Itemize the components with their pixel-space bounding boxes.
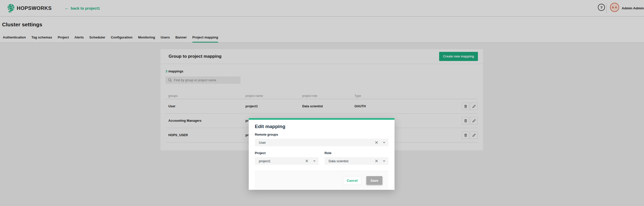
remote-groups-select[interactable]: User bbox=[255, 139, 388, 146]
edit-mapping-modal: Edit mapping Remote groups User Project … bbox=[249, 118, 395, 190]
chevron-down-icon[interactable] bbox=[380, 157, 388, 165]
role-label: Role bbox=[325, 151, 388, 155]
role-select[interactable]: Data scientist bbox=[325, 157, 388, 165]
remote-groups-label: Remote groups bbox=[255, 133, 388, 136]
chevron-down-icon[interactable] bbox=[311, 157, 318, 165]
save-button[interactable]: Save bbox=[366, 176, 382, 185]
clear-icon[interactable] bbox=[303, 157, 311, 165]
project-select[interactable]: project1 bbox=[255, 157, 319, 165]
clear-icon[interactable] bbox=[373, 139, 380, 146]
project-value: project1 bbox=[255, 159, 303, 163]
modal-footer: Cancel Save bbox=[255, 171, 388, 190]
project-label: Project bbox=[255, 151, 319, 155]
modal-accent-bar bbox=[249, 118, 395, 120]
chevron-down-icon[interactable] bbox=[380, 139, 388, 146]
role-value: Data scientist bbox=[325, 159, 373, 163]
modal-title: Edit mapping bbox=[255, 124, 388, 129]
cancel-button[interactable]: Cancel bbox=[343, 176, 361, 185]
remote-groups-value: User bbox=[255, 141, 373, 145]
clear-icon[interactable] bbox=[373, 157, 380, 165]
